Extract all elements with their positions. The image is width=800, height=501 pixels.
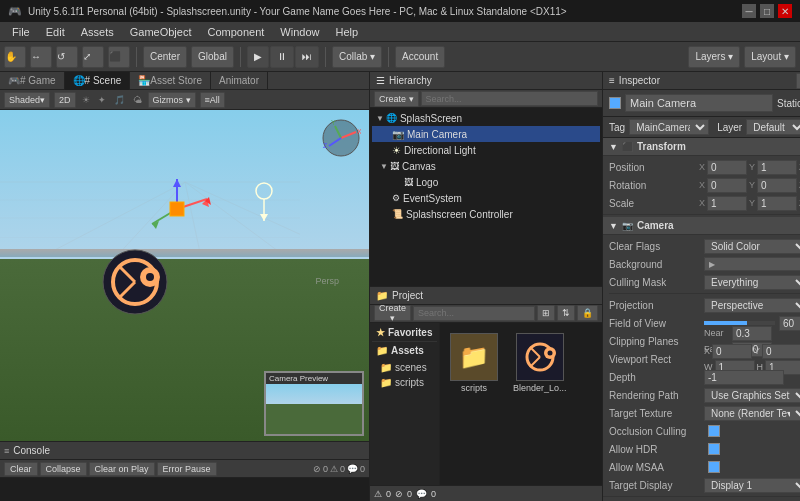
tool-scale[interactable]: ⤢ bbox=[82, 46, 104, 68]
hier-directional-light[interactable]: ☀ Directional Light bbox=[372, 142, 600, 158]
project-search[interactable] bbox=[413, 306, 535, 321]
console-collapse-btn[interactable]: Collapse bbox=[40, 462, 87, 476]
culling-mask-select[interactable]: Everything bbox=[704, 275, 800, 290]
account-button[interactable]: Account bbox=[395, 46, 445, 68]
hier-eventsystem[interactable]: ⚙ EventSystem bbox=[372, 190, 600, 206]
tab-scene[interactable]: 🌐 # Scene bbox=[65, 72, 131, 90]
background-color-swatch[interactable]: ▶ bbox=[704, 257, 800, 271]
scale-label: Scale bbox=[609, 198, 699, 209]
collab-button[interactable]: Collab ▾ bbox=[332, 46, 382, 68]
play-button[interactable]: ▶ bbox=[247, 46, 269, 68]
inspector-lock-btn[interactable]: 🔒 bbox=[796, 73, 800, 89]
target-texture-select[interactable]: None (Render Te▾ bbox=[704, 406, 800, 421]
tool-rect[interactable]: ⬛ bbox=[108, 46, 130, 68]
hier-splashscreen[interactable]: ▼ 🌐 SplashScreen bbox=[372, 110, 600, 126]
rot-y-input[interactable] bbox=[757, 178, 797, 193]
layer-select[interactable]: Default bbox=[746, 119, 800, 135]
project-view-btn[interactable]: ⊞ bbox=[537, 305, 555, 321]
tab-animator[interactable]: Animator bbox=[211, 72, 268, 90]
projection-select[interactable]: Perspective bbox=[704, 298, 800, 313]
tool-rotate[interactable]: ↺ bbox=[56, 46, 78, 68]
layout-button[interactable]: Layout ▾ bbox=[744, 46, 796, 68]
console-clear-btn[interactable]: Clear bbox=[4, 462, 38, 476]
gizmos-button[interactable]: Gizmos ▾ bbox=[148, 92, 196, 108]
menu-help[interactable]: Help bbox=[327, 22, 366, 41]
pause-button[interactable]: ⏸ bbox=[270, 46, 294, 68]
step-button[interactable]: ⏭ bbox=[295, 46, 319, 68]
object-name-field[interactable] bbox=[625, 94, 773, 112]
msaa-checkbox[interactable] bbox=[708, 461, 720, 473]
background-value: ▶ bbox=[704, 257, 800, 271]
fov-slider[interactable] bbox=[704, 321, 775, 325]
tool-move[interactable]: ↔ bbox=[30, 46, 52, 68]
hier-splashscreen-controller[interactable]: 📜 Splashscreen Controller bbox=[372, 206, 600, 222]
status-msg-icon: 💬 bbox=[416, 489, 427, 499]
close-button[interactable]: ✕ bbox=[778, 4, 792, 18]
hierarchy-search[interactable] bbox=[421, 91, 599, 106]
center-toggle[interactable]: Center bbox=[143, 46, 187, 68]
blender-logo-asset bbox=[520, 337, 560, 377]
rot-x-input[interactable] bbox=[707, 178, 747, 193]
folder-scripts[interactable]: 📁 scripts bbox=[380, 375, 429, 390]
maximize-button[interactable]: □ bbox=[760, 4, 774, 18]
camera-section-header[interactable]: ▼ 📷 Camera ⚙ bbox=[603, 217, 800, 235]
folder-scenes[interactable]: 📁 scenes bbox=[380, 360, 429, 375]
hier-canvas[interactable]: ▼ 🖼 Canvas bbox=[372, 158, 600, 174]
all-button[interactable]: ≡All bbox=[200, 92, 225, 108]
console-title: Console bbox=[13, 445, 50, 456]
rendering-select[interactable]: Use Graphics Setting▾ bbox=[704, 388, 800, 403]
tag-select[interactable]: MainCamera bbox=[629, 119, 709, 135]
rotation-row: Rotation X Y Z bbox=[603, 176, 800, 194]
target-display-select[interactable]: Display 1 bbox=[704, 478, 800, 493]
transform-section-header[interactable]: ▼ ⬛ Transform ⚙ bbox=[603, 138, 800, 156]
project-sort-btn[interactable]: ⇅ bbox=[557, 305, 575, 321]
fov-label: Field of View bbox=[609, 318, 704, 329]
layers-button[interactable]: Layers ▾ bbox=[688, 46, 740, 68]
menu-component[interactable]: Component bbox=[199, 22, 272, 41]
occlusion-checkbox[interactable] bbox=[708, 425, 720, 437]
menu-assets[interactable]: Assets bbox=[73, 22, 122, 41]
shaded-button[interactable]: Shaded ▾ bbox=[4, 92, 50, 108]
pos-x-input[interactable] bbox=[707, 160, 747, 175]
viewport-toolbar: Shaded ▾ 2D ☀ ✦ 🎵 🌤 Gizmos ▾ ≡All bbox=[0, 90, 369, 110]
twod-button[interactable]: 2D bbox=[54, 92, 76, 108]
tool-hand[interactable]: ✋ bbox=[4, 46, 26, 68]
object-active-checkbox[interactable] bbox=[609, 97, 621, 109]
hier-main-camera[interactable]: 📷 Main Camera bbox=[372, 126, 600, 142]
minimize-button[interactable]: ─ bbox=[742, 4, 756, 18]
tag-label: Tag bbox=[609, 122, 625, 133]
inspector-tag-row: Tag MainCamera Layer Default bbox=[603, 117, 800, 138]
tab-asset-store[interactable]: 🏪 Asset Store bbox=[130, 72, 211, 90]
menu-file[interactable]: File bbox=[4, 22, 38, 41]
static-toggle[interactable]: Static ▾ bbox=[777, 98, 800, 109]
scene-viewport[interactable]: Persp Camera Preview X Y Z bbox=[0, 110, 369, 441]
console-clear-on-play-btn[interactable]: Clear on Play bbox=[89, 462, 155, 476]
vp-y-input[interactable] bbox=[762, 344, 800, 359]
asset-scripts-folder[interactable]: 📁 scripts bbox=[448, 331, 500, 395]
project-lock-btn[interactable]: 🔒 bbox=[577, 305, 598, 321]
menu-gameobject[interactable]: GameObject bbox=[122, 22, 200, 41]
asset-blender-logo[interactable]: Blender_Lo... bbox=[511, 331, 569, 395]
hierarchy-create-btn[interactable]: Create ▾ bbox=[374, 91, 419, 107]
svg-marker-12 bbox=[173, 179, 181, 187]
near-input[interactable] bbox=[732, 326, 772, 341]
light-icon: ☀ bbox=[392, 145, 401, 156]
depth-input[interactable] bbox=[704, 370, 784, 385]
console-error-pause-btn[interactable]: Error Pause bbox=[157, 462, 217, 476]
hier-logo[interactable]: 🖼 Logo bbox=[372, 174, 600, 190]
blender-asset-label: Blender_Lo... bbox=[513, 383, 567, 393]
menu-window[interactable]: Window bbox=[272, 22, 327, 41]
scale-x-input[interactable] bbox=[707, 196, 747, 211]
project-create-btn[interactable]: Create ▾ bbox=[374, 305, 411, 321]
tab-game[interactable]: 🎮 # Game bbox=[0, 72, 65, 90]
menu-edit[interactable]: Edit bbox=[38, 22, 73, 41]
directional-light-gizmo bbox=[239, 176, 289, 226]
favorites-section: ★ Favorites bbox=[372, 325, 437, 340]
global-toggle[interactable]: Global bbox=[191, 46, 234, 68]
scale-y-input[interactable] bbox=[757, 196, 797, 211]
viewport-rect-label: Viewport Rect bbox=[609, 354, 704, 365]
hdr-checkbox[interactable] bbox=[708, 443, 720, 455]
clear-flags-select[interactable]: Solid Color bbox=[704, 239, 800, 254]
pos-y-input[interactable] bbox=[757, 160, 797, 175]
vp-x-input[interactable] bbox=[712, 344, 752, 359]
